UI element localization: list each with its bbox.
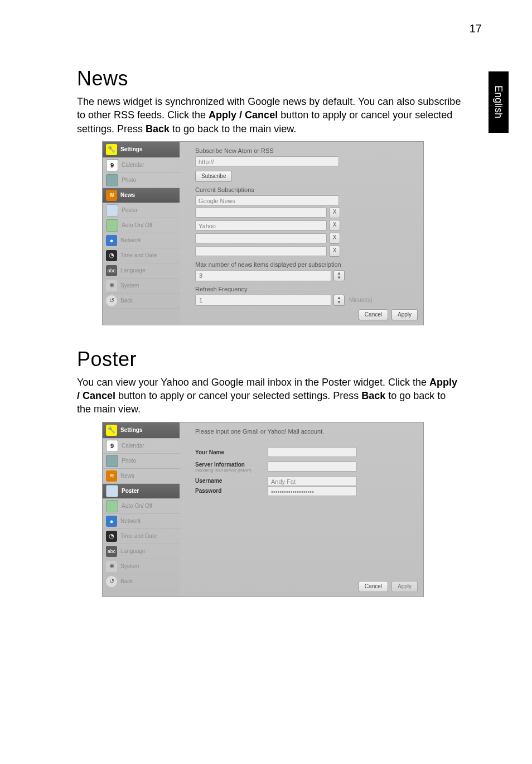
- sidebar-item-photo[interactable]: Photo: [103, 173, 180, 188]
- mail-icon: [106, 204, 118, 217]
- poster-instruction: Please input one Gmail or Yahoo! Mail ac…: [195, 428, 415, 435]
- sidebar-item-news[interactable]: ≋News: [103, 188, 180, 203]
- poster-main-panel: Please input one Gmail or Yahoo! Mail ac…: [180, 422, 423, 597]
- sidebar-item-time[interactable]: ◔Time and Date: [103, 529, 180, 544]
- sidebar-item-label: System: [120, 563, 139, 569]
- sidebar-item-poster[interactable]: Poster: [103, 203, 180, 218]
- sidebar-item-photo[interactable]: Photo: [103, 454, 180, 469]
- sidebar-header-label: Settings: [120, 146, 142, 152]
- sidebar-item-label: Photo: [122, 458, 136, 464]
- calendar-icon: 9: [106, 440, 118, 452]
- cancel-button[interactable]: Cancel: [359, 309, 388, 320]
- poster-settings-screenshot: 🔧 Settings 9Calendar Photo ≋News Poster …: [102, 422, 424, 597]
- sidebar-item-news[interactable]: ≋News: [103, 469, 180, 484]
- sidebar: 🔧 Settings 9Calendar Photo ≋News Poster …: [103, 142, 180, 325]
- sidebar-item-label: Auto On/ Off: [122, 222, 152, 228]
- news-main-panel: Subscribe New Atom or RSS http:// Subscr…: [180, 142, 423, 325]
- sidebar-item-label: Calendar: [122, 162, 144, 168]
- photo-icon: [106, 455, 118, 467]
- back-icon: ↺: [106, 295, 117, 306]
- language-icon: abc: [106, 546, 117, 557]
- sidebar-item-calendar[interactable]: 9Calendar: [103, 439, 180, 454]
- rss-url-input[interactable]: http://: [195, 156, 339, 166]
- server-info-hint: Incoming mail server (IMAP): [195, 468, 262, 473]
- sidebar-item-back[interactable]: ↺Back: [103, 574, 180, 589]
- refresh-label: Refresh Frequency: [195, 286, 415, 292]
- remove-sub-button[interactable]: X: [329, 220, 340, 231]
- sidebar-item-label: Network: [120, 237, 141, 243]
- mail-icon: [106, 485, 118, 497]
- settings-icon: 🔧: [106, 425, 117, 436]
- sidebar-item-language[interactable]: abcLanguage: [103, 263, 180, 278]
- sidebar-item-system[interactable]: ✱System: [103, 278, 180, 294]
- sidebar-item-time[interactable]: ◔Time and Date: [103, 248, 180, 263]
- text: You can view your Yahoo and Google mail …: [77, 377, 429, 388]
- sidebar-item-back[interactable]: ↺Back: [103, 294, 180, 309]
- spinner-buttons[interactable]: ▲▼: [333, 270, 345, 281]
- photo-icon: [106, 174, 118, 186]
- sidebar-item-label: Back: [120, 297, 133, 304]
- sidebar-item-label: System: [120, 282, 139, 289]
- sidebar-item-auto[interactable]: Auto On/ Off: [103, 499, 180, 514]
- page-number: 17: [470, 22, 482, 35]
- sub-item: [195, 208, 327, 218]
- gear-icon: ✱: [106, 280, 117, 291]
- sidebar-item-network[interactable]: ●Network: [103, 514, 180, 529]
- rss-icon: ≋: [106, 190, 117, 201]
- sidebar-item-label: Time and Date: [120, 533, 157, 539]
- apply-button[interactable]: Apply: [391, 581, 418, 592]
- sidebar-item-label: Language: [120, 548, 146, 554]
- subscribe-title: Subscribe New Atom or RSS: [195, 147, 415, 154]
- current-subs-title: Current Subscriptions: [195, 186, 415, 193]
- text-bold: Apply / Cancel: [209, 109, 278, 121]
- news-paragraph: The news widget is synchronized with Goo…: [77, 95, 462, 136]
- remove-sub-button[interactable]: X: [329, 246, 340, 257]
- sub-item: Yahoo: [195, 220, 327, 230]
- sub-item: [195, 246, 327, 256]
- server-info-label: Server Information: [195, 462, 262, 468]
- password-input[interactable]: ••••••••••••••••••••: [268, 486, 357, 496]
- heading-poster: Poster: [77, 348, 487, 371]
- globe-icon: ●: [106, 235, 117, 246]
- sidebar-item-label: Poster: [122, 207, 138, 213]
- text: button to apply or cancel your selected …: [115, 390, 361, 401]
- sidebar-item-label: Calendar: [122, 443, 144, 449]
- username-input[interactable]: Andy Fat: [268, 476, 357, 486]
- max-items-input[interactable]: 3: [195, 270, 331, 281]
- poster-paragraph: You can view your Yahoo and Google mail …: [77, 376, 462, 416]
- power-icon: [106, 219, 118, 232]
- globe-icon: ●: [106, 516, 117, 527]
- your-name-label: Your Name: [195, 449, 262, 455]
- subscribe-button[interactable]: Subscribe: [195, 171, 232, 182]
- spinner-buttons[interactable]: ▲▼: [333, 295, 345, 306]
- remove-sub-button[interactable]: X: [329, 233, 340, 244]
- sidebar-item-label: Language: [120, 267, 146, 273]
- cancel-button[interactable]: Cancel: [359, 581, 388, 592]
- text-bold: Back: [146, 123, 170, 134]
- text: to go back to the main view.: [170, 123, 296, 134]
- your-name-input[interactable]: [268, 447, 357, 457]
- back-icon: ↺: [106, 576, 117, 587]
- server-input[interactable]: [268, 462, 357, 472]
- sidebar-item-auto[interactable]: Auto On/ Off: [103, 218, 180, 233]
- sidebar-header-label: Settings: [120, 427, 142, 433]
- sidebar-item-poster[interactable]: Poster: [103, 484, 180, 499]
- sidebar-item-calendar[interactable]: 9Calendar: [103, 158, 180, 173]
- sidebar: 🔧 Settings 9Calendar Photo ≋News Poster …: [103, 422, 180, 597]
- refresh-input[interactable]: 1: [195, 295, 331, 306]
- apply-button[interactable]: Apply: [391, 309, 418, 320]
- sidebar-header: 🔧 Settings: [103, 142, 180, 158]
- sub-item: [195, 233, 327, 243]
- rss-icon: ≋: [106, 470, 117, 482]
- sidebar-item-network[interactable]: ●Network: [103, 233, 180, 248]
- sidebar-item-label: Auto On/ Off: [122, 503, 152, 509]
- sidebar-item-language[interactable]: abcLanguage: [103, 544, 180, 559]
- sidebar-item-label: News: [120, 473, 134, 479]
- remove-sub-button[interactable]: X: [329, 207, 340, 218]
- clock-icon: ◔: [106, 531, 117, 542]
- heading-news: News: [77, 67, 487, 90]
- sidebar-item-label: Poster: [122, 488, 139, 494]
- news-settings-screenshot: 🔧 Settings 9Calendar Photo ≋News Poster …: [102, 141, 424, 325]
- settings-icon: 🔧: [106, 144, 117, 155]
- sidebar-item-system[interactable]: ✱System: [103, 559, 180, 574]
